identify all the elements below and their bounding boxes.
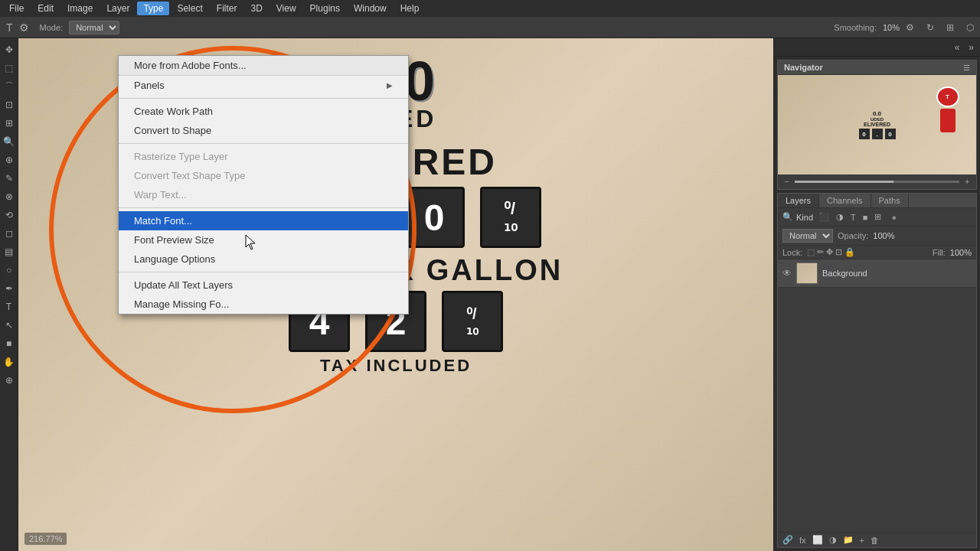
lock-move-icon[interactable]: ✥ <box>826 247 833 257</box>
panel-collapse-icon[interactable]: « <box>952 41 963 54</box>
filter-icons: ⬛ ◑ T ■ ⊞ ● <box>816 211 899 223</box>
menu-3d[interactable]: 3D <box>244 2 268 15</box>
layers-options-bar: Normal Opacity: 100% <box>778 227 976 246</box>
transform-icon[interactable]: ⊞ <box>946 22 954 33</box>
add-mask-icon[interactable]: ⬜ <box>812 535 823 545</box>
opacity-label: Opacity: <box>838 231 868 240</box>
dropdown-manage-missing-fonts[interactable]: Manage Missing Fo... <box>119 295 408 314</box>
tool-move[interactable]: ✥ <box>1 41 18 58</box>
zoom-in-icon[interactable]: + <box>962 177 972 187</box>
fill-value[interactable]: 100% <box>950 248 972 257</box>
tab-paths[interactable]: Paths <box>871 194 909 207</box>
tool-eyedropper[interactable]: 🔍 <box>1 133 18 150</box>
menu-plugins[interactable]: Plugins <box>304 2 346 15</box>
rotate-icon[interactable]: ↻ <box>926 22 934 33</box>
menu-layer[interactable]: Layer <box>100 2 136 15</box>
menu-window[interactable]: Window <box>348 2 393 15</box>
nav-logo-pump <box>940 109 956 132</box>
filter-type-icon[interactable]: T <box>848 212 858 223</box>
tool-object-select[interactable]: ⊡ <box>1 96 18 113</box>
tool-zoom[interactable]: ⊕ <box>1 372 18 389</box>
filter-smartobj-icon[interactable]: ⊞ <box>872 211 884 223</box>
menu-filter[interactable]: Filter <box>211 2 243 15</box>
dropdown-match-font[interactable]: Match Font... <box>119 211 408 230</box>
tool-type[interactable]: T <box>1 298 18 315</box>
navigator-content: 0.0 UDED ELIVERED 0 . 0 <box>859 110 896 139</box>
delete-layer-icon[interactable]: 🗑 <box>871 536 879 545</box>
separator-3 <box>119 207 408 208</box>
layer-mode-dropdown[interactable]: Normal <box>782 229 833 243</box>
menu-select[interactable]: Select <box>171 2 208 15</box>
dropdown-rasterize: Rasterize Type Layer <box>119 147 408 166</box>
filter-shape-icon[interactable]: ■ <box>861 212 871 223</box>
smoothing-settings-icon[interactable]: ⚙ <box>906 22 914 33</box>
navigator-menu-icon[interactable]: ☰ <box>963 64 970 72</box>
layers-lock-row: Lock: ⬚ ✏ ✥ ⊡ 🔒 Fill: 100% <box>778 246 976 259</box>
new-group-icon[interactable]: 📁 <box>843 535 854 545</box>
link-icon[interactable]: 🔗 <box>782 535 793 545</box>
tab-layers[interactable]: Layers <box>778 194 819 207</box>
tool-gradient[interactable]: ▤ <box>1 243 18 260</box>
tool-crop[interactable]: ⊞ <box>1 115 18 132</box>
tool-pen[interactable]: ✒ <box>1 280 18 297</box>
menu-file[interactable]: File <box>3 2 30 15</box>
zoom-slider[interactable] <box>795 181 959 183</box>
layers-tabs: Layers Channels Paths <box>778 194 976 208</box>
zoom-out-icon[interactable]: − <box>782 177 792 187</box>
tool-options-icon: ⚙ <box>19 21 29 34</box>
menu-help[interactable]: Help <box>394 2 426 15</box>
tool-icon: T <box>6 21 13 34</box>
tool-eraser[interactable]: ◻ <box>1 225 18 242</box>
fx-icon[interactable]: fx <box>799 536 806 545</box>
right-panel: « » Navigator ☰ 0.0 UDED ELIVERED 0 <box>773 38 980 551</box>
layer-visibility-icon[interactable]: 👁 <box>782 268 792 279</box>
dropdown-font-preview-size[interactable]: Font Preview Size <box>119 230 408 249</box>
dropdown-more-fonts[interactable]: More from Adobe Fonts... <box>119 56 408 76</box>
menu-view[interactable]: View <box>270 2 302 15</box>
filter-adjustment-icon[interactable]: ◑ <box>834 211 846 223</box>
tool-shape[interactable]: ■ <box>1 335 18 352</box>
fill-label: Fill: <box>933 248 946 257</box>
new-fill-layer-icon[interactable]: ◑ <box>829 535 837 545</box>
tool-history-brush[interactable]: ⟲ <box>1 207 18 223</box>
tool-stamp[interactable]: ⊗ <box>1 188 18 205</box>
navigator-thumbnail: 0.0 UDED ELIVERED 0 . 0 T <box>778 75 976 174</box>
separator-2 <box>119 143 408 144</box>
filter-toggle[interactable]: ● <box>889 212 899 223</box>
filter-pixel-icon[interactable]: ⬛ <box>816 211 831 223</box>
lock-all-icon[interactable]: 🔒 <box>844 247 855 257</box>
layer-thumbnail <box>796 262 818 284</box>
left-toolbar: ✥ ⬚ ⌒ ⊡ ⊞ 🔍 ⊕ ✎ ⊗ ⟲ ◻ ▤ ○ ✒ T ↖ ■ ✋ ⊕ <box>0 38 18 551</box>
new-layer-icon[interactable]: + <box>860 536 864 545</box>
smoothing-value: 10% <box>883 23 900 32</box>
opacity-value[interactable]: 100% <box>873 231 894 240</box>
layer-thumb-image <box>797 263 817 283</box>
menu-edit[interactable]: Edit <box>31 2 60 15</box>
lock-artboard-icon[interactable]: ⊡ <box>835 247 842 257</box>
menu-image[interactable]: Image <box>61 2 99 15</box>
tool-marquee[interactable]: ⬚ <box>1 60 18 77</box>
tab-channels[interactable]: Channels <box>819 194 871 207</box>
search-icon: 🔍 <box>782 212 793 222</box>
mode-dropdown[interactable]: Normal <box>69 21 119 34</box>
layers-panel: Layers Channels Paths 🔍 Kind ⬛ ◑ T ■ ⊞ ● <box>777 193 977 548</box>
menu-type[interactable]: Type <box>137 2 169 15</box>
tool-dodge[interactable]: ○ <box>1 262 18 279</box>
tool-healing[interactable]: ⊕ <box>1 152 18 168</box>
navigator-title: Navigator <box>784 63 823 72</box>
lock-brush-icon[interactable]: ✏ <box>817 247 824 257</box>
panel-expand-icon[interactable]: » <box>965 41 977 54</box>
tool-lasso[interactable]: ⌒ <box>1 78 18 95</box>
tool-hand[interactable]: ✋ <box>1 354 18 370</box>
dropdown-create-work-path[interactable]: Create Work Path <box>119 102 408 121</box>
mask-icon[interactable]: ⬡ <box>966 22 974 33</box>
tool-brush[interactable]: ✎ <box>1 170 18 187</box>
dropdown-panels[interactable]: Panels ▶ <box>119 76 408 95</box>
layer-background-row[interactable]: 👁 Background <box>778 259 976 288</box>
lock-checkerboard-icon[interactable]: ⬚ <box>807 247 815 257</box>
dropdown-update-text-layers[interactable]: Update All Text Layers <box>119 276 408 295</box>
tool-path-selection[interactable]: ↖ <box>1 317 18 334</box>
dropdown-language-options[interactable]: Language Options <box>119 249 408 269</box>
dropdown-convert-shape[interactable]: Convert to Shape <box>119 121 408 140</box>
canvas-area[interactable]: 0.0 UDED ELIVERED 0 . 0 ⁰/₁₀ CENTS PER G… <box>18 38 773 551</box>
